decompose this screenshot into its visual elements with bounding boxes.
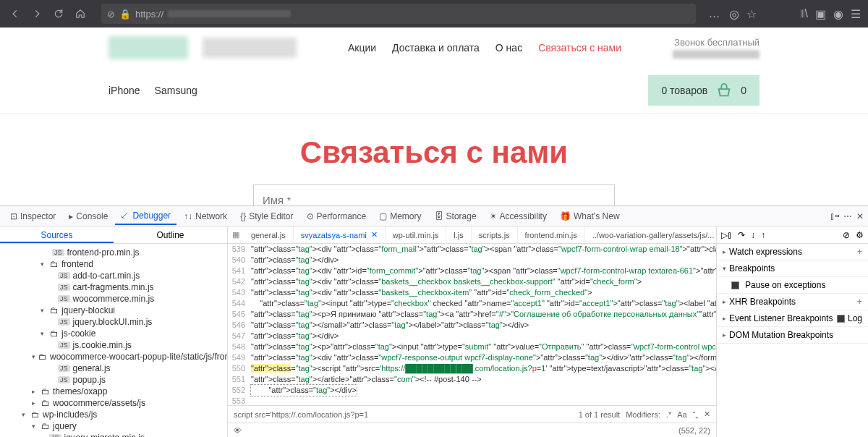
tab-style[interactable]: {} Style Editor bbox=[234, 208, 299, 224]
tree-folder[interactable]: ▸🗀themes/oxapp bbox=[0, 386, 227, 397]
tree-file[interactable]: JSwoocommerce.min.js bbox=[0, 293, 227, 305]
menu-icon[interactable]: ☰ bbox=[851, 7, 861, 21]
file-tab[interactable]: svyazatsya-s-nami ✕ bbox=[294, 226, 386, 243]
sources-tab[interactable]: Sources bbox=[0, 226, 114, 243]
file-tab[interactable]: wp-util.min.js bbox=[386, 226, 447, 243]
name-input[interactable] bbox=[253, 184, 615, 205]
search-modifiers: Modifiers: bbox=[626, 410, 660, 419]
tab-console[interactable]: ▸ Console bbox=[63, 208, 114, 224]
logo-2 bbox=[203, 38, 297, 58]
tab-storage[interactable]: 🗄 Storage bbox=[429, 208, 482, 224]
dom-section[interactable]: ▸DOM Mutation Breakpoints bbox=[717, 327, 868, 344]
tab-whatsnew[interactable]: 🎁 What's New bbox=[554, 208, 626, 224]
dt-close-icon[interactable]: ✕ bbox=[856, 211, 864, 221]
nav-delivery[interactable]: Доставка и оплата bbox=[392, 42, 480, 54]
tree-folder[interactable]: ▾🗀woocommerce-woocart-popup-lite/static/… bbox=[0, 351, 227, 362]
tree-file[interactable]: JSfrontend-pro.min.js bbox=[0, 247, 227, 258]
tree-folder[interactable]: ▾🗀wp-includes/js bbox=[0, 409, 227, 420]
url-text: https:// bbox=[135, 9, 163, 20]
search-result: 1 of 1 result bbox=[579, 410, 620, 419]
file-tab[interactable]: ../woo-variation-gallery/assets/js/... bbox=[585, 226, 716, 243]
search-close-icon[interactable]: ✕ bbox=[704, 410, 710, 419]
step-out-icon[interactable]: ↑ bbox=[761, 230, 765, 240]
pause-exceptions[interactable]: Pause on exceptions bbox=[717, 277, 868, 294]
more-icon[interactable]: … bbox=[709, 7, 722, 20]
account-icon[interactable]: ◉ bbox=[833, 7, 843, 21]
outline-tab[interactable]: Outline bbox=[114, 226, 227, 243]
nav-contact[interactable]: Связаться с нами bbox=[538, 42, 621, 54]
reload-button[interactable] bbox=[51, 6, 67, 22]
tab-accessibility[interactable]: ✴ Accessibility bbox=[484, 208, 553, 224]
main-nav: Акции Доставка и оплата О нас Связаться … bbox=[348, 42, 621, 54]
reader-icon[interactable]: ◎ bbox=[729, 7, 739, 21]
code-area[interactable]: 539"attr">class="tag"><div "attr">class=… bbox=[228, 244, 716, 405]
tree-file[interactable]: JSjquery.blockUI.min.js bbox=[0, 316, 227, 328]
forward-button[interactable] bbox=[29, 6, 45, 22]
call-label: Звонок бесплатный bbox=[673, 37, 760, 48]
code-search-bar[interactable]: script src='https://.com/location.js?p=1… bbox=[228, 405, 716, 423]
resume-icon[interactable]: ▷⫿ bbox=[721, 230, 732, 240]
responsive-icon[interactable]: ⫿▭ bbox=[830, 211, 839, 221]
search-query: script src='https://.com/location.js?p=1 bbox=[234, 410, 368, 419]
tree-file[interactable]: JSpopup.js bbox=[0, 374, 227, 386]
lock-icon: 🔒 bbox=[119, 9, 131, 20]
tree-folder[interactable]: ▾🗀jquery-blockui bbox=[0, 305, 227, 316]
cart-count: 0 bbox=[741, 85, 746, 96]
dt-more-icon[interactable]: ⋯ bbox=[843, 211, 852, 221]
tree-file[interactable]: JSjs.cookie.min.js bbox=[0, 339, 227, 351]
watch-section[interactable]: ▸Watch expressions+ bbox=[717, 244, 868, 260]
phone-hidden bbox=[673, 50, 760, 59]
tab-inspector[interactable]: ⊡ Inspector bbox=[4, 208, 61, 224]
file-tree[interactable]: JSfrontend-pro.min.js▾🗀frontendJSadd-to-… bbox=[0, 244, 227, 437]
deactivate-icon[interactable]: ⊘ bbox=[843, 230, 850, 240]
cart-items-label: 0 товаров bbox=[661, 85, 707, 96]
tree-file[interactable]: JSadd-to-cart.min.js bbox=[0, 270, 227, 281]
subnav-iphone[interactable]: iPhone bbox=[109, 85, 140, 96]
cursor-position: (552, 22) bbox=[678, 426, 710, 435]
call-info: Звонок бесплатный bbox=[673, 37, 760, 59]
xhr-section[interactable]: ▸XHR Breakpoints+ bbox=[717, 294, 868, 310]
home-button[interactable] bbox=[72, 6, 88, 22]
basket-icon bbox=[716, 82, 732, 98]
breakpoints-section[interactable]: ▾Breakpoints bbox=[717, 260, 868, 277]
tree-file[interactable]: JSgeneral.js bbox=[0, 362, 227, 374]
event-section[interactable]: ▸Event Listener BreakpointsLog bbox=[717, 310, 868, 327]
star-icon[interactable]: ☆ bbox=[746, 7, 757, 21]
word-toggle[interactable]: “„ bbox=[693, 410, 698, 419]
regex-toggle[interactable]: .* bbox=[666, 410, 671, 419]
tab-network[interactable]: ↑↓ Network bbox=[178, 208, 233, 224]
eye-icon[interactable]: 👁 bbox=[234, 426, 242, 435]
tab-performance[interactable]: ⊙ Performance bbox=[301, 208, 373, 224]
subnav-samsung[interactable]: Samsung bbox=[155, 85, 197, 96]
case-toggle[interactable]: Aa bbox=[677, 410, 686, 419]
file-tab[interactable]: l.js bbox=[446, 226, 471, 243]
file-tab[interactable]: general.js bbox=[244, 226, 294, 243]
back-button[interactable] bbox=[7, 6, 23, 22]
tree-folder[interactable]: ▸🗀woocommerce/assets/js bbox=[0, 397, 227, 409]
tab-memory[interactable]: ▢ Memory bbox=[373, 208, 427, 224]
shield-icon: ⊘ bbox=[107, 9, 115, 20]
tab-debugger[interactable]: ⸔ Debugger bbox=[115, 208, 176, 225]
step-over-icon[interactable]: ↷ bbox=[738, 230, 745, 240]
step-in-icon[interactable]: ↓ bbox=[751, 230, 755, 240]
tree-file[interactable]: JScart-fragments.min.js bbox=[0, 281, 227, 293]
tree-folder[interactable]: ▾🗀jquery bbox=[0, 420, 227, 432]
page-title: Связаться с нами bbox=[0, 135, 868, 170]
file-tab[interactable]: scripts.js bbox=[472, 226, 518, 243]
cart-badge[interactable]: 0 товаров 0 bbox=[648, 75, 760, 106]
url-hidden bbox=[168, 10, 291, 17]
close-icon[interactable]: ✕ bbox=[371, 230, 378, 239]
library-icon[interactable]: ⫴\ bbox=[800, 7, 808, 20]
sidebar-icon[interactable]: ▣ bbox=[815, 7, 826, 21]
file-tab[interactable]: frontend.min.js bbox=[518, 226, 585, 243]
tree-folder[interactable]: ▾🗀js-cookie bbox=[0, 328, 227, 339]
file-home-icon[interactable]: ▦ bbox=[228, 230, 244, 239]
nav-promos[interactable]: Акции bbox=[348, 42, 376, 54]
nav-about[interactable]: О нас bbox=[495, 42, 522, 54]
settings-icon[interactable]: ⚙ bbox=[856, 230, 864, 240]
tree-folder[interactable]: ▾🗀frontend bbox=[0, 258, 227, 270]
tree-file[interactable]: JSjquery-migrate.min.js bbox=[0, 432, 227, 437]
url-bar[interactable]: ⊘ 🔒 https:// bbox=[101, 4, 696, 24]
logo-1 bbox=[109, 36, 188, 59]
